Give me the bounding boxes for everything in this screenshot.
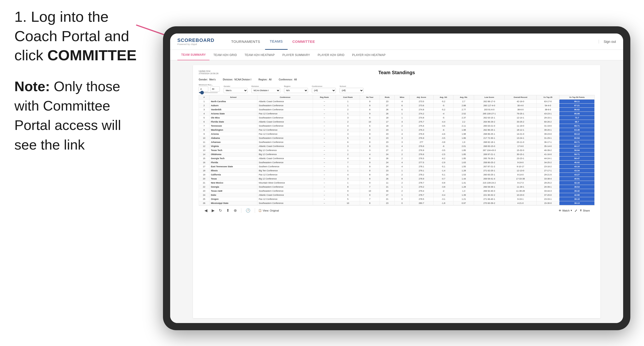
col-vs-top-25: Vs Top 25 [536,95,560,100]
logo-subtext: Powered by clippd [177,43,214,45]
watch-btn[interactable]: 👁 Watch ▾ [559,209,572,212]
toolbar-refresh-btn[interactable]: ↻ [218,207,223,214]
table-row[interactable]: 11ArkansasSoutheastern Conference–682332… [199,140,595,144]
watch-label: Watch [562,209,570,212]
table-row[interactable]: 8WashingtonPac-12 Conference–28231276.3-… [199,128,595,132]
table-row[interactable]: 18IllinoisBig Ten Conference–18231279.1-… [199,169,595,173]
col-rnds: Rnds [380,95,395,100]
view-original-icon: 📋 [258,209,262,212]
sub-nav-team-h2h-heatmap[interactable]: TEAM H2H HEATMAP [241,50,278,60]
table-row[interactable]: 19CaliforniaPac-12 Conference–48242278.2… [199,173,595,177]
toolbar-back-btn[interactable]: ◀ [204,207,208,214]
toolbar-forward-btn[interactable]: ▶ [211,207,216,214]
region-select[interactable]: N/A [284,88,308,93]
conference-select[interactable]: (All) [312,88,336,93]
panel-header: Update time: 27/03/2024 16:56:26 Team St… [199,70,595,75]
col-avg-rd: Avg. Rd. [454,95,474,100]
nav-teams[interactable]: TEAMS [265,33,288,50]
toolbar-clock-btn[interactable]: 🕐 [245,207,252,214]
table-row[interactable]: 10AlabamaSoutheastern Conference–5823327… [199,136,595,140]
division-control-label: Division [252,85,280,87]
scoreboard-logo: SCOREBOARD Powered by clippd [177,37,214,45]
nav-tournaments[interactable]: TOURNAMENTS [226,33,265,50]
sub-nav-player-h2h-grid[interactable]: PLAYER H2H GRID [314,50,348,60]
rounds-slider[interactable] [199,92,218,93]
table-row[interactable]: 3VanderbiltSoutheastern Conference–28266… [199,108,595,112]
panel-title: Team Standings [228,70,566,75]
toolbar-share-small-btn[interactable]: ⬆ [225,207,230,214]
gender-control-label: Gender [224,85,248,87]
region-filter-label: Region: [258,78,268,81]
table-row[interactable]: 25OregonPac-12 Conference–57210278.5-3.1… [199,197,595,201]
col-conference: Conference [257,95,313,100]
gender-select[interactable]: Men's [224,88,248,93]
table-row[interactable]: 2AuburnSoutheastern Conference–19276273.… [199,104,595,108]
nav-committee[interactable]: COMMITTEE [288,33,320,50]
scoreboard-panel: Update time: 27/03/2024 16:56:26 Team St… [193,65,600,318]
note-label: Note: [14,78,50,94]
sub-nav-team-summary[interactable]: TEAM SUMMARY [177,50,210,60]
committee-bold: COMMITTEE [48,47,136,63]
filter-row: Gender: Men's Division: NCAA Division I … [199,78,595,81]
conference-filter-label: Conference: [279,78,293,81]
division-select[interactable]: NCAA Division I [252,88,280,93]
bottom-toolbar: ◀ ▶ ↻ ⬆ ⊕ 🕐 📋 View: Original 👁 Wa [199,205,595,215]
share-btn[interactable]: ⬆ Share [580,209,590,212]
table-row[interactable]: 16FloridaSoutheastern Conference–7924427… [199,161,595,165]
controls-row: Minimum Rou... Gender Men's [199,84,595,93]
table-row[interactable]: 15Georgia TechAtlantic Coast Conference–… [199,157,595,161]
table-row[interactable]: 23Texas A&MSoutheastern Conference–91030… [199,189,595,193]
table-row[interactable]: 1North CarolinaAtlantic Coast Conference… [199,100,595,104]
instruction-area: 1. Log into the Coach Portal and click C… [14,7,154,72]
table-row[interactable]: 17East Tennessee StateSouthern Conferenc… [199,165,595,169]
watch-icon: 👁 [559,209,561,212]
toolbar-bookmark-btn[interactable]: ⊕ [233,207,238,214]
note-text: Note: Only those with Committee Portal a… [14,77,130,154]
view-original-btn[interactable]: 📋 View: Original [258,209,279,212]
sub-nav-team-h2h-grid[interactable]: TEAM H2H GRID [210,50,241,60]
col-no-tour: No Tour [360,95,380,100]
table-row[interactable]: 20TexasBig 12 Conference–38268278.9-0.71… [199,177,595,181]
col-adj-score: Adj. Score [409,95,433,100]
table-row[interactable]: 22GeorgiaSoutheastern Conference–8721127… [199,185,595,189]
table-row[interactable]: 26Mississippi StateSoutheastern Conferen… [199,201,595,205]
sign-out-link[interactable]: Sign out [599,40,616,43]
content-area: Update time: 27/03/2024 16:56:26 Team St… [170,60,623,323]
share-icon: ⬆ [580,209,582,212]
col-vs-top-50: Vs Top 50 Points [560,95,595,100]
toolbar-sep-1 [241,208,241,213]
table-row[interactable]: 7TennesseeSoutheastern Conference–461822… [199,124,595,128]
logo-text: SCOREBOARD [177,37,214,43]
update-time-value: 27/03/2024 16:56:26 [199,72,228,75]
col-reg-rank: Reg Rank [313,95,336,100]
table-row[interactable]: 12VirginiaAtlantic Coast Conference–3821… [199,144,595,148]
table-row[interactable]: 6Florida StateAtlantic Coast Conference–… [199,120,595,124]
school-select[interactable]: (All) [340,88,364,93]
col-avg-sg: Avg. SG [433,95,454,100]
table-row[interactable]: 13Texas TechBig 12 Conference–19272276.9… [199,148,595,153]
col-school: School [209,95,257,100]
division-filter-value: NCAA Division I [234,78,252,81]
table-row[interactable]: 14OklahomaBig 12 Conference–24242276.6-2… [199,153,595,157]
main-nav: TOURNAMENTS TEAMS COMMITTEE [226,33,598,50]
col-rank: # [199,95,210,100]
table-body: 1North CarolinaAtlantic Coast Conference… [199,100,595,205]
sub-nav-player-h2h-heatmap[interactable]: PLAYER H2H HEATMAP [348,50,390,60]
col-wins: Wins [395,95,409,100]
tablet-device: SCOREBOARD Powered by clippd TOURNAMENTS… [163,26,630,330]
toolbar-expand-icon[interactable]: ⤢ [574,209,577,212]
table-row[interactable]: 24DukeAtlantic Coast Conference–59271278… [199,193,595,197]
view-original-label: View: Original [263,209,279,212]
table-row[interactable]: 5Ole MissSoutheastern Conference–3618127… [199,116,595,120]
table-row[interactable]: 4Arizona StatePac-12 Conference–19261274… [199,112,595,116]
sub-nav: TEAM SUMMARY TEAM H2H GRID TEAM H2H HEAT… [170,50,623,60]
col-conf-rank: Conf Rank [336,95,360,100]
gender-filter-value: Men's [209,78,216,81]
standings-table: # School Conference Reg Rank Conf Rank N… [199,95,595,205]
table-row[interactable]: 9ArizonaPac-12 Conference–38234276.9-4.6… [199,132,595,136]
sub-nav-player-summary[interactable]: PLAYER SUMMARY [278,50,314,60]
step-number: 1. [14,8,27,25]
share-label: Share [583,209,590,212]
watch-chevron: ▾ [571,209,572,212]
table-row[interactable]: 21New MexicoMountain West Conference–191… [199,181,595,185]
